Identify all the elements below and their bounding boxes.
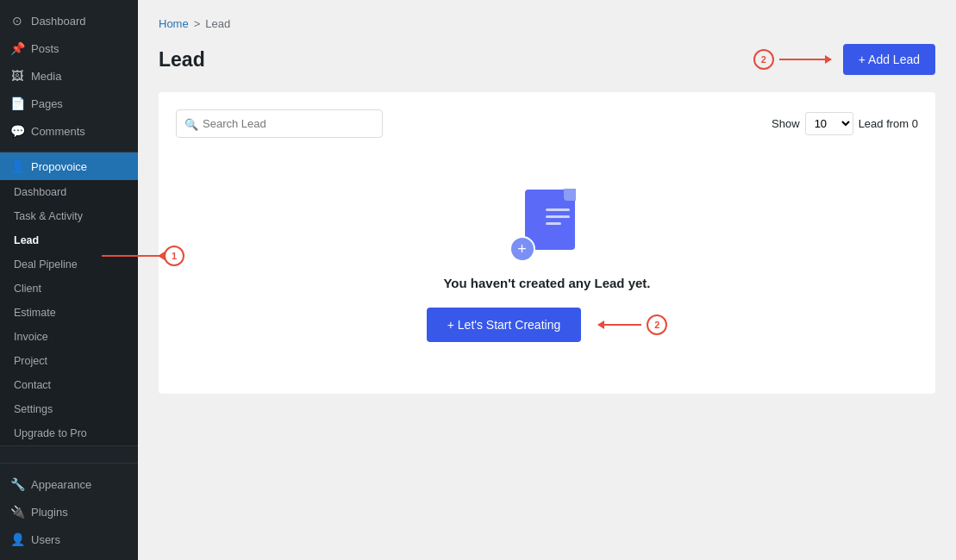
breadcrumb-home[interactable]: Home: [159, 17, 189, 30]
comments-icon: 💬: [10, 124, 24, 138]
doc-lines: [546, 208, 570, 225]
sidebar-item-invoice[interactable]: Invoice: [0, 325, 138, 349]
sidebar-item-appearance[interactable]: 🔧 Appearance: [0, 470, 138, 498]
annotation-circle-2: 2: [753, 49, 774, 70]
sidebar-item-users[interactable]: 👤 Users: [0, 526, 138, 553]
doc-line-3: [546, 222, 561, 225]
add-lead-button[interactable]: + Add Lead: [843, 44, 935, 75]
annotation-circle-2b: 2: [647, 314, 667, 335]
propovoice-label: Propovoice: [31, 160, 87, 173]
show-select[interactable]: 10 25 50 100: [805, 112, 853, 135]
show-row: Show 10 25 50 100 Lead from 0: [772, 112, 918, 135]
sidebar-item-estimate[interactable]: Estimate: [0, 301, 138, 325]
sidebar-item-dashboard[interactable]: ⊙ Dashboard: [0, 7, 138, 34]
doc-plus-circle: +: [509, 236, 535, 262]
empty-message: You haven't created any Lead yet.: [443, 276, 650, 290]
propovoice-icon: 👤: [10, 159, 24, 173]
propovoice-menu-item[interactable]: 👤 Propovoice: [0, 152, 138, 180]
search-icon: 🔍: [184, 117, 198, 130]
sidebar-item-comments[interactable]: 💬 Comments: [0, 117, 138, 145]
sidebar-item-task-activity[interactable]: Task & Activity: [0, 204, 138, 228]
pages-icon: 📄: [10, 96, 24, 110]
show-label: Show: [772, 117, 800, 130]
page-area: Home > Lead Lead 2 + Add Lead 🔍: [138, 0, 956, 560]
sidebar-item-contact[interactable]: Contact: [0, 373, 138, 397]
propovoice-section: 👤 Propovoice Dashboard Task & Activity L…: [0, 152, 138, 446]
annotation-2-header: 2: [753, 49, 831, 70]
search-row: 🔍 Show 10 25 50 100 Lead from 0: [176, 109, 918, 138]
propovoice-submenu: Dashboard Task & Activity Lead Deal Pipe…: [0, 180, 138, 445]
empty-state: + You haven't created any Lead yet. + Le…: [176, 138, 918, 376]
sidebar-item-plugins[interactable]: 🔌 Plugins: [0, 498, 138, 526]
header-right: 2 + Add Lead: [753, 44, 935, 75]
sidebar-item-label: Dashboard: [31, 15, 86, 28]
sidebar-item-label: Comments: [31, 125, 85, 138]
plugins-icon: 🔌: [10, 505, 24, 519]
media-icon: 🖼: [10, 69, 24, 83]
breadcrumb-current: Lead: [205, 17, 230, 30]
sidebar-item-label: Media: [31, 70, 61, 83]
dashboard-icon: ⊙: [10, 14, 24, 28]
sidebar-item-project[interactable]: Project: [0, 349, 138, 373]
cta-row: + Let's Start Creating 2: [427, 308, 667, 342]
sidebar-item-label: Pages: [31, 97, 63, 110]
sidebar-item-label: Users: [31, 533, 60, 546]
doc-line-1: [546, 208, 570, 211]
annotation-arrow-right: [779, 59, 831, 60]
users-icon: 👤: [10, 532, 24, 546]
page-title: Lead: [159, 48, 205, 72]
doc-line-2: [546, 215, 570, 218]
sidebar-bottom: 🔧 Appearance 🔌 Plugins 👤 Users: [0, 463, 138, 560]
search-input[interactable]: [176, 109, 383, 138]
sidebar-item-client[interactable]: Client: [0, 277, 138, 301]
sidebar: ⊙ Dashboard 📌 Posts 🖼 Media 📄 Pages 💬 Co…: [0, 0, 138, 560]
main-content: Home > Lead Lead 2 + Add Lead 🔍: [138, 0, 956, 560]
sidebar-item-label: Appearance: [31, 478, 91, 491]
sidebar-item-pages[interactable]: 📄 Pages: [0, 90, 138, 117]
sidebar-item-upgrade-pro[interactable]: Upgrade to Pro: [0, 421, 138, 445]
sidebar-item-posts[interactable]: 📌 Posts: [0, 34, 138, 62]
sidebar-item-label: Posts: [31, 42, 59, 55]
sidebar-item-label: Plugins: [31, 506, 68, 519]
breadcrumb-separator: >: [194, 17, 201, 30]
appearance-icon: 🔧: [10, 477, 24, 491]
lead-card: 🔍 Show 10 25 50 100 Lead from 0: [159, 92, 935, 394]
lead-from-label: Lead from 0: [859, 117, 918, 130]
breadcrumb: Home > Lead: [159, 17, 935, 30]
sidebar-item-dashboard-sub[interactable]: Dashboard: [0, 180, 138, 204]
search-input-wrap: 🔍: [176, 109, 383, 138]
posts-icon: 📌: [10, 41, 24, 55]
sidebar-item-lead[interactable]: Lead: [0, 228, 138, 252]
annotation-arrow-left: [598, 324, 641, 326]
sidebar-item-settings[interactable]: Settings: [0, 397, 138, 421]
sidebar-item-deal-pipeline[interactable]: Deal Pipeline: [0, 252, 138, 277]
start-creating-button[interactable]: + Let's Start Creating: [427, 308, 581, 342]
annotation-2-cta: 2: [598, 314, 667, 335]
document-illustration: +: [513, 190, 582, 258]
sidebar-top-menu: ⊙ Dashboard 📌 Posts 🖼 Media 📄 Pages 💬 Co…: [0, 0, 138, 152]
sidebar-item-media[interactable]: 🖼 Media: [0, 62, 138, 90]
page-header: Lead 2 + Add Lead: [159, 44, 935, 75]
